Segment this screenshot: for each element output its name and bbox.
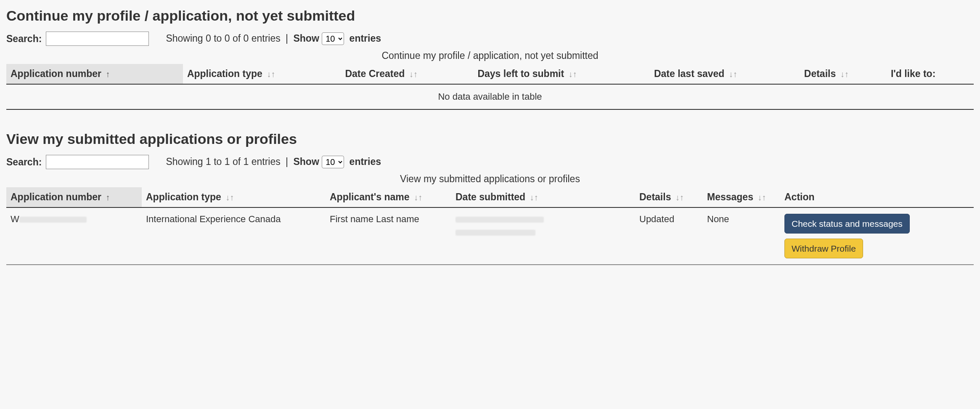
search-group-2: Search: bbox=[6, 155, 149, 169]
table-submitted: Application number ↑ Application type ↓↑… bbox=[6, 187, 974, 265]
search-label-2: Search: bbox=[6, 157, 42, 168]
section-title-continue: Continue my profile / application, not y… bbox=[6, 8, 974, 24]
col-action-label-2: Action bbox=[784, 191, 815, 202]
section-continue-profile: Continue my profile / application, not y… bbox=[6, 8, 974, 110]
col-app-number-1[interactable]: Application number ↑ bbox=[6, 64, 183, 84]
showing-text-2: Showing 1 to 1 of 1 entries | Show 10 en… bbox=[166, 156, 381, 168]
cell-applicant-name: First name Last name bbox=[326, 207, 451, 265]
sort-both-icon: ↓↑ bbox=[267, 69, 275, 79]
section-submitted: View my submitted applications or profil… bbox=[6, 131, 974, 265]
showing-count-1: Showing 0 to 0 of 0 entries bbox=[166, 33, 280, 44]
sort-both-icon: ↓↑ bbox=[729, 69, 737, 79]
col-app-type-label-1: Application type bbox=[187, 68, 262, 79]
table-row: W International Experience Canada First … bbox=[6, 207, 974, 265]
sort-both-icon: ↓↑ bbox=[758, 193, 766, 202]
col-messages-label-2: Messages bbox=[707, 191, 753, 202]
col-date-saved-label-1: Date last saved bbox=[654, 68, 724, 79]
col-app-type-label-2: Application type bbox=[146, 191, 221, 202]
search-group-1: Search: bbox=[6, 32, 149, 46]
entries-select-2[interactable]: 10 bbox=[322, 156, 344, 168]
empty-row: No data available in table bbox=[6, 84, 974, 109]
withdraw-profile-button[interactable]: Withdraw Profile bbox=[784, 239, 863, 258]
entries-select-1[interactable]: 10 bbox=[322, 32, 344, 45]
redacted-date-1 bbox=[456, 217, 544, 223]
col-app-type-1[interactable]: Application type ↓↑ bbox=[183, 64, 341, 84]
cell-date-submitted bbox=[451, 207, 635, 265]
search-input-2[interactable] bbox=[46, 155, 149, 169]
col-date-created-label-1: Date Created bbox=[345, 68, 405, 79]
col-details-label-1: Details bbox=[804, 68, 836, 79]
col-app-type-2[interactable]: Application type ↓↑ bbox=[142, 187, 326, 207]
sort-both-icon: ↓↑ bbox=[409, 69, 418, 79]
showing-text-1: Showing 0 to 0 of 0 entries | Show 10 en… bbox=[166, 32, 381, 45]
col-date-submitted-label-2: Date submitted bbox=[456, 191, 525, 202]
showing-count-2: Showing 1 to 1 of 1 entries bbox=[166, 156, 280, 167]
sort-both-icon: ↓↑ bbox=[530, 193, 538, 202]
controls-row-1: Search: Showing 0 to 0 of 0 entries | Sh… bbox=[6, 32, 974, 46]
cell-messages: None bbox=[703, 207, 780, 265]
col-days-left-1[interactable]: Days left to submit ↓↑ bbox=[473, 64, 650, 84]
col-details-1[interactable]: Details ↓↑ bbox=[800, 64, 887, 84]
col-like-to-label-1: I'd like to: bbox=[891, 68, 935, 79]
col-date-created-1[interactable]: Date Created ↓↑ bbox=[341, 64, 473, 84]
col-app-number-label-1: Application number bbox=[11, 68, 101, 79]
col-date-submitted-2[interactable]: Date submitted ↓↑ bbox=[451, 187, 635, 207]
divider-2: | bbox=[286, 156, 288, 167]
section-title-submitted: View my submitted applications or profil… bbox=[6, 131, 974, 147]
search-label-1: Search: bbox=[6, 33, 42, 45]
sort-both-icon: ↓↑ bbox=[840, 69, 849, 79]
col-app-number-label-2: Application number bbox=[11, 191, 101, 202]
col-action-2: Action bbox=[780, 187, 974, 207]
sort-asc-icon: ↑ bbox=[106, 69, 110, 79]
show-label-2: Show bbox=[293, 156, 319, 167]
empty-cell: No data available in table bbox=[6, 84, 974, 109]
cell-app-number: W bbox=[6, 207, 142, 265]
cell-action: Check status and messages Withdraw Profi… bbox=[780, 207, 974, 265]
table-caption-1: Continue my profile / application, not y… bbox=[6, 50, 974, 61]
sort-both-icon: ↓↑ bbox=[414, 193, 422, 202]
app-number-prefix: W bbox=[11, 214, 19, 224]
col-details-label-2: Details bbox=[639, 191, 671, 202]
sort-both-icon: ↓↑ bbox=[675, 193, 684, 202]
sort-both-icon: ↓↑ bbox=[225, 193, 234, 202]
col-messages-2[interactable]: Messages ↓↑ bbox=[703, 187, 780, 207]
col-like-to-1: I'd like to: bbox=[887, 64, 974, 84]
col-app-number-2[interactable]: Application number ↑ bbox=[6, 187, 142, 207]
entries-suffix-2: entries bbox=[350, 156, 381, 167]
table-caption-2: View my submitted applications or profil… bbox=[6, 173, 974, 185]
controls-row-2: Search: Showing 1 to 1 of 1 entries | Sh… bbox=[6, 155, 974, 169]
search-input-1[interactable] bbox=[46, 32, 149, 46]
cell-details: Updated bbox=[635, 207, 703, 265]
check-status-button[interactable]: Check status and messages bbox=[784, 214, 910, 234]
show-label-1: Show bbox=[293, 33, 319, 44]
col-days-left-label-1: Days left to submit bbox=[477, 68, 564, 79]
divider-1: | bbox=[286, 33, 288, 44]
col-details-2[interactable]: Details ↓↑ bbox=[635, 187, 703, 207]
cell-app-type: International Experience Canada bbox=[142, 207, 326, 265]
sort-both-icon: ↓↑ bbox=[569, 69, 577, 79]
redacted-app-number bbox=[19, 217, 87, 223]
entries-suffix-1: entries bbox=[350, 33, 381, 44]
col-applicant-name-label-2: Applicant's name bbox=[330, 191, 410, 202]
col-applicant-name-2[interactable]: Applicant's name ↓↑ bbox=[326, 187, 451, 207]
col-date-saved-1[interactable]: Date last saved ↓↑ bbox=[650, 64, 800, 84]
table-continue: Application number ↑ Application type ↓↑… bbox=[6, 64, 974, 110]
redacted-date-2 bbox=[456, 230, 535, 236]
sort-asc-icon: ↑ bbox=[106, 193, 110, 202]
